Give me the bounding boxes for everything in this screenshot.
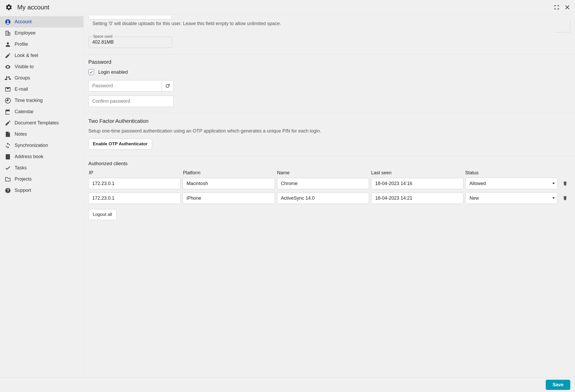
sidebar-item-doc-templates[interactable]: Document Templates bbox=[0, 117, 83, 129]
sidebar-item-calendar[interactable]: Calendar bbox=[0, 106, 83, 117]
sync-icon bbox=[5, 142, 11, 149]
person-icon bbox=[5, 41, 11, 48]
sidebar-item-email[interactable]: E-mail bbox=[0, 84, 83, 95]
delete-client-button[interactable] bbox=[560, 195, 570, 201]
clients-table-row: 172.23.0.1 iPhone ActiveSync 14.0 18-04-… bbox=[88, 192, 570, 204]
sidebar-item-look-feel[interactable]: Look & feel bbox=[0, 50, 83, 61]
sidebar-item-groups[interactable]: Groups bbox=[0, 72, 83, 84]
cell-name: ActiveSync 14.0 bbox=[277, 193, 369, 204]
sidebar-item-label: Groups bbox=[15, 75, 79, 81]
mail-icon bbox=[5, 86, 11, 93]
sidebar-item-label: Tasks bbox=[15, 165, 79, 171]
sidebar-item-employee[interactable]: Employee bbox=[0, 27, 83, 39]
col-last-seen: Last seen bbox=[371, 170, 463, 176]
sidebar-item-label: Employee bbox=[15, 30, 79, 36]
col-name: Name bbox=[277, 170, 369, 176]
sidebar-item-label: Notes bbox=[15, 131, 79, 137]
cell-platform: Macintosh bbox=[183, 178, 275, 189]
sidebar-item-label: Document Templates bbox=[15, 120, 79, 126]
sidebar-item-profile[interactable]: Profile bbox=[0, 39, 83, 50]
generate-password-button[interactable] bbox=[162, 80, 174, 91]
clock-icon bbox=[5, 97, 11, 104]
col-ip: IP bbox=[89, 170, 181, 176]
gear-icon bbox=[5, 4, 13, 11]
sidebar-item-label: Account bbox=[15, 19, 79, 25]
login-enabled-checkbox[interactable] bbox=[88, 69, 94, 75]
confirm-password-input[interactable] bbox=[88, 96, 174, 107]
field-fragment bbox=[555, 21, 570, 32]
delete-client-button[interactable] bbox=[560, 181, 570, 186]
sidebar-item-notes[interactable]: Notes bbox=[0, 129, 83, 140]
check-icon bbox=[5, 165, 11, 171]
status-select[interactable]: New bbox=[465, 192, 558, 204]
sidebar-item-projects[interactable]: Projects bbox=[0, 174, 83, 185]
sidebar-item-address-book[interactable]: Address book bbox=[0, 151, 83, 162]
cell-ip: 172.23.0.1 bbox=[88, 193, 181, 204]
sidebar-item-visible-to[interactable]: Visible to bbox=[0, 61, 83, 72]
sidebar-item-time-tracking[interactable]: Time tracking bbox=[0, 95, 83, 106]
sidebar-item-support[interactable]: Support bbox=[0, 185, 83, 196]
logout-all-button[interactable]: Logout all bbox=[88, 209, 117, 220]
status-value: Allowed bbox=[469, 181, 486, 186]
clients-table-head: IP Platform Name Last seen Status bbox=[88, 170, 570, 176]
save-button[interactable]: Save bbox=[546, 380, 570, 390]
password-panel: Password Login enabled bbox=[84, 54, 575, 113]
sidebar-item-label: Synchronization bbox=[15, 143, 79, 148]
cell-ip: 172.23.0.1 bbox=[88, 178, 181, 189]
clients-panel: Authorized clients IP Platform Name Last… bbox=[84, 156, 575, 226]
cell-last-seen: 18-04-2023 14:16 bbox=[371, 178, 463, 189]
status-value: New bbox=[469, 195, 479, 201]
disk-panel: Setting '0' will disable uploads for thi… bbox=[84, 15, 575, 54]
main-content: Setting '0' will disable uploads for thi… bbox=[84, 15, 575, 377]
close-icon[interactable] bbox=[565, 4, 571, 10]
chevron-down-icon bbox=[552, 183, 555, 184]
sidebar-item-label: Projects bbox=[15, 176, 79, 182]
sidebar-item-label: E-mail bbox=[15, 87, 79, 92]
disk-quota-hint: Setting '0' will disable uploads for thi… bbox=[88, 21, 549, 26]
sidebar-item-sync[interactable]: Synchronization bbox=[0, 140, 83, 151]
sidebar-item-label: Support bbox=[15, 188, 79, 193]
sidebar-item-label: Address book bbox=[15, 154, 79, 159]
col-platform: Platform bbox=[183, 170, 275, 176]
password-title: Password bbox=[88, 59, 570, 65]
tfa-desc: Setup one-time password authentication u… bbox=[88, 128, 570, 134]
cell-last-seen: 18-04-2023 14:21 bbox=[371, 193, 463, 204]
sidebar-item-account[interactable]: Account bbox=[0, 16, 83, 27]
password-input[interactable] bbox=[88, 80, 162, 91]
sidebar-item-label: Time tracking bbox=[15, 98, 79, 103]
login-enabled-label: Login enabled bbox=[98, 70, 128, 75]
window-header: My account bbox=[0, 0, 575, 15]
building-icon bbox=[5, 30, 11, 36]
col-status: Status bbox=[465, 170, 557, 176]
folder-icon bbox=[5, 176, 11, 182]
status-select[interactable]: Allowed bbox=[465, 178, 558, 189]
chevron-down-icon bbox=[552, 197, 555, 199]
clients-title: Authorized clients bbox=[88, 161, 570, 166]
help-icon bbox=[5, 187, 11, 194]
sidebar-item-label: Look & feel bbox=[15, 53, 79, 58]
cell-platform: iPhone bbox=[183, 193, 275, 204]
sidebar-item-label: Calendar bbox=[15, 109, 79, 114]
contacts-icon bbox=[5, 154, 11, 160]
enable-otp-button[interactable]: Enable OTP Authenticator bbox=[88, 139, 152, 149]
group-icon bbox=[5, 75, 11, 81]
disk-quota-input-fragment[interactable] bbox=[88, 16, 172, 19]
window-title: My account bbox=[17, 4, 49, 11]
sidebar: Account Employee Profile Look & feel Vis… bbox=[0, 15, 84, 377]
footer: Save bbox=[0, 377, 575, 392]
cell-name: Chrome bbox=[277, 178, 369, 189]
sidebar-item-label: Visible to bbox=[15, 64, 79, 70]
note-icon bbox=[5, 131, 11, 137]
tfa-panel: Two Factor Authentication Setup one-time… bbox=[84, 113, 575, 156]
tfa-title: Two Factor Authentication bbox=[88, 118, 570, 124]
account-circle-icon bbox=[5, 19, 11, 25]
clients-table-row: 172.23.0.1 Macintosh Chrome 18-04-2023 1… bbox=[88, 178, 570, 189]
style-icon bbox=[5, 53, 11, 59]
templates-icon bbox=[5, 120, 11, 126]
eye-icon bbox=[5, 64, 11, 70]
sidebar-item-tasks[interactable]: Tasks bbox=[0, 162, 83, 174]
calendar-icon bbox=[5, 109, 11, 115]
space-used-label: Space used bbox=[91, 34, 114, 38]
sidebar-item-label: Profile bbox=[15, 42, 79, 47]
fullscreen-icon[interactable] bbox=[554, 4, 560, 10]
